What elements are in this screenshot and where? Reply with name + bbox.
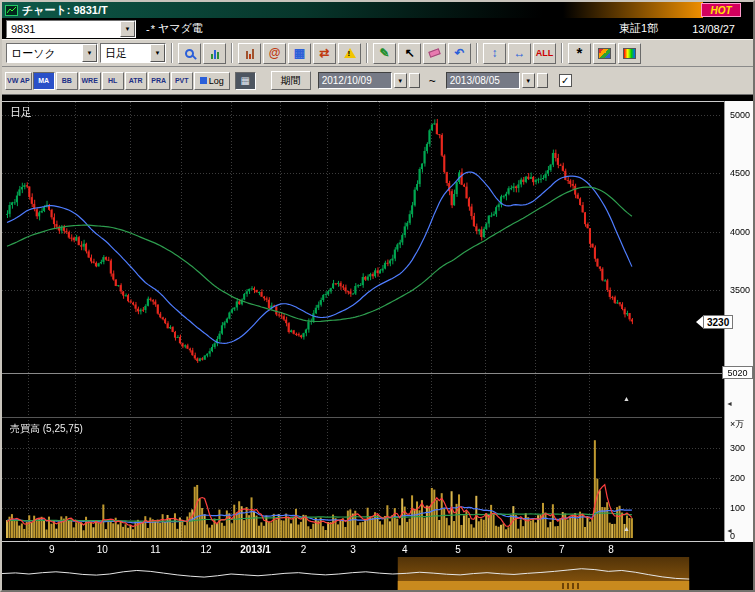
chart-type-select[interactable]: ローソク ▼ [6, 43, 98, 63]
indicator-pvt-button[interactable]: PVT [171, 72, 193, 90]
undo-arrow-icon: ↶ [454, 46, 464, 60]
date-to-dropdown-icon[interactable]: ▼ [522, 73, 535, 88]
fit-vertical-button[interactable]: ↕ [483, 43, 506, 64]
mini-chart-toggle-button[interactable]: ▦ [235, 72, 256, 90]
zoom-button[interactable] [178, 43, 201, 64]
date-to-field[interactable]: 2013/08/05 [446, 72, 520, 89]
indicator-toolbar: VW AP MA BB WRE HL ATR PRA PVT Log ▦ 期間 … [2, 67, 753, 95]
range-navigator[interactable] [2, 557, 753, 590]
pencil-icon: ✎ [379, 46, 389, 60]
indicator-bb-button[interactable]: BB [56, 72, 78, 90]
theme-button[interactable] [618, 43, 641, 64]
current-price-marker: 3230 [696, 315, 733, 329]
volume-unit-label: ×万 [730, 418, 744, 431]
x-axis-label: 6 [494, 544, 526, 555]
mini-grid-icon: ▦ [240, 75, 249, 86]
series-legend-marker: -* [146, 23, 156, 35]
x-axis-label: 2 [288, 544, 320, 555]
red-chart-icon [246, 47, 254, 59]
grid-icon: ▦ [294, 46, 305, 60]
cursor-icon: ↖ [404, 46, 414, 60]
indicator-wre-button[interactable]: WRE [79, 72, 101, 90]
price-chart-canvas[interactable] [2, 95, 753, 557]
log-label: Log [209, 76, 224, 86]
volume-axis-label: 100 [730, 503, 745, 513]
current-price-value: 3230 [703, 315, 733, 329]
chart-app-icon [5, 5, 18, 16]
indicator-vwap-button[interactable]: VW AP [5, 72, 32, 90]
alert-button[interactable]: ! [338, 43, 361, 64]
chart-type-value: ローソク [11, 46, 56, 61]
log-scale-button[interactable]: Log [194, 72, 230, 90]
draw-chart-button[interactable] [238, 43, 261, 64]
price-axis-label: 3500 [730, 285, 750, 295]
cursor-button[interactable]: ↖ [398, 43, 421, 64]
news-button[interactable]: @ [263, 43, 286, 64]
window-title: チャート: 9831/T [22, 3, 108, 18]
indicator-ma-button[interactable]: MA [33, 72, 55, 90]
timeframe-value: 日足 [105, 46, 127, 61]
price-level-label: 5020 [722, 366, 753, 379]
asterisk-icon: * [577, 48, 583, 58]
date-from-value: 2012/10/09 [322, 75, 372, 86]
symbol-code-select[interactable]: 9831 ▼ [6, 20, 136, 38]
pencil-button[interactable]: ✎ [373, 43, 396, 64]
warning-triangle-icon: ! [344, 48, 356, 58]
indicator-pra-button[interactable]: PRA [148, 72, 170, 90]
palette-button[interactable] [593, 43, 616, 64]
x-axis-label: 9 [36, 544, 68, 555]
date-from-spinner[interactable] [409, 73, 420, 88]
market-label: 東証1部 [619, 21, 658, 36]
grid-button[interactable]: ▦ [288, 43, 311, 64]
show-all-button[interactable]: ALL [533, 43, 556, 64]
title-bar: チャート: 9831/T HOT [2, 2, 753, 18]
quote-bar: 9831 ▼ -* ヤマダ電 東証1部 13/08/27 [2, 18, 753, 39]
price-tag-arrow-icon [696, 316, 703, 328]
timeframe-select[interactable]: 日足 ▼ [100, 43, 166, 63]
range-separator: ~ [429, 74, 436, 88]
scroll-left-icon[interactable]: ◄ [726, 527, 733, 534]
chart-window: チャート: 9831/T HOT 9831 ▼ -* ヤマダ電 東証1部 13/… [0, 0, 755, 592]
x-axis-label: 5 [442, 544, 474, 555]
undo-button[interactable]: ↶ [448, 43, 471, 64]
date-to-value: 2013/08/05 [450, 75, 500, 86]
volume-pane-label: 売買高 (5,25,75) [10, 422, 83, 436]
x-axis-label: 7 [546, 544, 578, 555]
x-axis-label: 4 [389, 544, 421, 555]
check-icon: ✓ [561, 75, 569, 86]
compare-button[interactable]: ⇄ [313, 43, 336, 64]
at-icon: @ [269, 46, 281, 60]
period-button[interactable]: 期間 [271, 71, 311, 90]
indicator-atr-button[interactable]: ATR [125, 72, 147, 90]
dropdown-arrow-icon[interactable]: ▼ [150, 44, 165, 62]
navigator-canvas[interactable] [2, 557, 753, 590]
dropdown-arrow-icon[interactable]: ▼ [120, 21, 135, 37]
x-axis-label: 2013/1 [239, 544, 271, 555]
chart-pane: 日足 売買高 (5,25,75) 5000 4500 4000 3500 ×万 … [2, 95, 753, 557]
all-label: ALL [536, 48, 554, 58]
hot-button[interactable]: HOT [701, 3, 741, 17]
date-from-dropdown-icon[interactable]: ▼ [394, 73, 407, 88]
volume-axis-label: 300 [730, 443, 745, 453]
palette-icon [598, 48, 611, 59]
auto-update-checkbox[interactable]: ✓ [559, 74, 572, 87]
compare-arrows-icon: ⇄ [319, 46, 329, 60]
settings-button[interactable]: * [568, 43, 591, 64]
x-axis-label: 10 [86, 544, 118, 555]
indicator-hl-button[interactable]: HL [102, 72, 124, 90]
scroll-left-icon[interactable]: ◄ [726, 400, 733, 407]
quote-date: 13/08/27 [692, 23, 735, 35]
log-icon [200, 77, 207, 84]
chart-mode-button[interactable] [203, 43, 226, 64]
x-axis-label: 8 [595, 544, 627, 555]
date-to-spinner[interactable] [537, 73, 548, 88]
dropdown-arrow-icon[interactable]: ▼ [82, 44, 97, 62]
magnifier-icon [185, 49, 194, 58]
eraser-button[interactable] [423, 43, 446, 64]
price-axis-label: 5000 [730, 110, 750, 120]
fit-horizontal-button[interactable]: ↔ [508, 43, 531, 64]
x-axis-label: 11 [139, 544, 171, 555]
volume-axis-label: 200 [730, 473, 745, 483]
latest-bar-marker-icon: ▲ [623, 525, 630, 532]
date-from-field[interactable]: 2012/10/09 [318, 72, 392, 89]
